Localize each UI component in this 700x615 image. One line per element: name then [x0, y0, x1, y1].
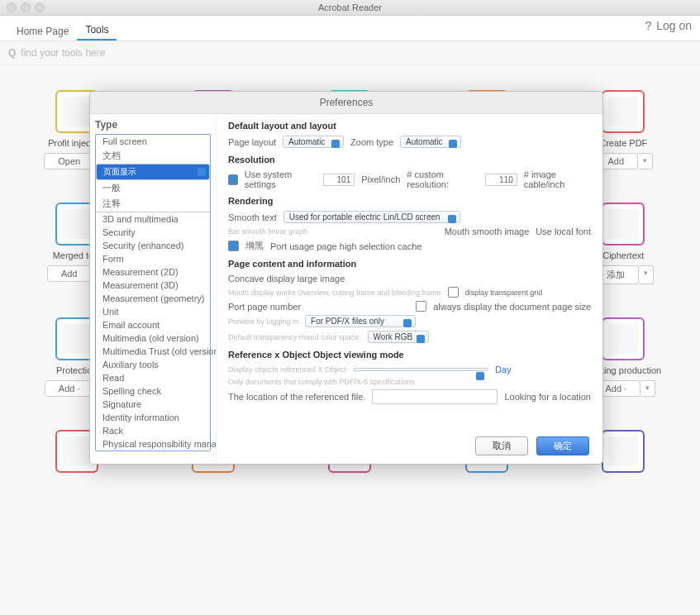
zoom-type-select[interactable]: Automatic — [400, 136, 461, 148]
tool-icon — [602, 430, 645, 473]
system-res-value: 101 — [323, 174, 355, 186]
only-pdfx5-note: Only documents that comply with PDF/X-5 … — [228, 378, 415, 386]
pref-category-item[interactable]: Security — [96, 226, 210, 239]
pixel-inch-label: Pixel/inch — [361, 174, 400, 184]
pref-category-item[interactable]: Physical responsibility management — [96, 437, 210, 451]
tool-action-button[interactable]: Add · — [45, 380, 94, 397]
custom-res-label[interactable]: # custom resolution: — [407, 169, 479, 189]
tool-action-dropdown[interactable]: ▾ — [640, 380, 655, 397]
pref-category-item[interactable]: 3D and multimedia — [96, 212, 210, 226]
app-title: Acrobat Reader — [0, 2, 700, 12]
tool-action-button[interactable]: Open — [44, 153, 94, 169]
pref-category-list[interactable]: Full screen文档页面显示一般注释3D and multimediaSe… — [95, 134, 211, 451]
overview-note: Mouth display works Overview, cutting fr… — [228, 288, 441, 297]
bar-smooth-note: Bar smooth linear graph — [228, 227, 307, 236]
pref-category-item[interactable]: Email account — [96, 318, 210, 331]
pref-category-item[interactable]: 注释 — [96, 196, 210, 212]
pref-category-item[interactable]: Full screen — [96, 135, 210, 148]
enhance-black-checkbox[interactable] — [228, 241, 239, 251]
section-page-content: Page content and information Concave dis… — [228, 259, 591, 345]
ok-button[interactable]: 确定 — [536, 436, 589, 455]
tool-icon — [602, 90, 645, 133]
top-tabs: Home Page Tools ? Log on — [0, 16, 700, 41]
tab-home[interactable]: Home Page — [8, 22, 77, 41]
section-xobject-title: Reference x Object Object viewing mode — [228, 350, 591, 360]
tool-label: Create PDF — [599, 138, 647, 148]
pref-category-item[interactable]: Measurement (3D) — [96, 279, 210, 292]
cable-inch-label: # image cable/inch — [524, 169, 591, 189]
section-layout: Default layout and layout Page layout Au… — [228, 121, 591, 150]
transparency-space-label: Default transparency mixed color space: — [228, 333, 361, 341]
pref-category-header: Type — [95, 119, 211, 131]
tool-icon — [602, 203, 645, 246]
section-resolution-title: Resolution — [228, 155, 591, 164]
tools-search[interactable]: Q find your tools here — [0, 41, 700, 65]
section-page-content-title: Page content and information — [228, 259, 591, 269]
pdfx-select[interactable]: For PDF/X files only — [305, 315, 416, 327]
pref-category-item[interactable]: Unit — [96, 305, 210, 318]
custom-res-value[interactable]: 110 — [485, 174, 517, 186]
section-rendering: Rendering Smooth text Used for portable … — [228, 196, 591, 254]
page-layout-select[interactable]: Automatic — [283, 136, 344, 148]
preferences-dialog: Preferences Type Full screen文档页面显示一般注释3D… — [89, 91, 603, 465]
cancel-button[interactable]: 取消 — [475, 436, 528, 455]
tab-tools[interactable]: Tools — [77, 21, 117, 41]
display-xobject-label: Display objects referenced X Object — [228, 365, 346, 374]
day-link[interactable]: Day — [495, 365, 512, 374]
pref-category-item[interactable]: Measurement (2D) — [96, 265, 210, 279]
always-size-label: always display the document page size — [433, 302, 591, 312]
tool-action-dropdown[interactable]: ▾ — [638, 153, 653, 169]
section-resolution: Resolution Use system settings 101 Pixel… — [228, 155, 591, 191]
pref-category-item[interactable]: Rack — [96, 424, 210, 437]
mouth-smooth-label: Mouth smooth image — [445, 226, 530, 236]
transparent-grid-checkbox[interactable] — [448, 287, 459, 298]
use-system-label: Use system settings — [245, 169, 317, 189]
pref-category-item[interactable]: Spelling check — [96, 384, 210, 398]
concave-display-link[interactable]: Concave display large image — [228, 274, 345, 284]
display-xobject-select[interactable] — [353, 368, 488, 371]
look-for-location-label[interactable]: Looking for a location — [504, 392, 591, 402]
dialog-title: Preferences — [90, 92, 602, 114]
pref-category-item[interactable]: Identity information — [96, 411, 210, 424]
pref-category-item[interactable]: Signature — [96, 398, 210, 411]
tool-label: Ciphertext — [602, 250, 644, 260]
pref-category-item[interactable]: 文档 — [96, 148, 210, 164]
port-usage-label: Port usage page high selection cache — [270, 241, 421, 251]
pref-category-item[interactable]: Auxiliary tools — [96, 358, 210, 371]
pref-category-panel: Type Full screen文档页面显示一般注释3D and multime… — [90, 114, 217, 465]
section-layout-title: Default layout and layout — [228, 121, 591, 131]
search-placeholder: find your tools here — [21, 47, 105, 59]
logon-link[interactable]: Log on — [656, 19, 692, 32]
zoom-type-label: Zoom type — [350, 137, 393, 147]
pref-category-item[interactable]: Read — [96, 371, 210, 384]
tool-action-dropdown[interactable]: ▾ — [639, 265, 654, 284]
pref-category-item[interactable]: 页面显示 — [96, 164, 210, 180]
pref-content-panel: Default layout and layout Page layout Au… — [217, 114, 602, 465]
section-xobject: Reference x Object Object viewing mode D… — [228, 350, 591, 406]
referenced-file-location-input[interactable] — [372, 389, 498, 404]
page-layout-label: Page layout — [228, 137, 276, 147]
preview-login-note: Preview by logging in — [228, 317, 298, 326]
pref-category-item[interactable]: 一般 — [96, 180, 210, 196]
tool-icon — [602, 317, 645, 360]
help-icon[interactable]: ? — [645, 19, 651, 32]
smooth-text-label: Smooth text — [228, 212, 277, 222]
pref-category-item[interactable]: Multimedia Trust (old version) — [96, 345, 210, 358]
referenced-file-location-label: The location of the referenced file. — [228, 392, 365, 402]
pref-category-item[interactable]: Measurement (geometry) — [96, 292, 210, 305]
pref-category-item[interactable]: Security (enhanced) — [96, 239, 210, 252]
use-system-radio[interactable] — [228, 174, 238, 185]
pref-category-item[interactable]: Multimedia (old version) — [96, 331, 210, 345]
use-local-font-label[interactable]: Use local font — [536, 226, 591, 236]
titlebar: Acrobat Reader — [0, 0, 700, 16]
tool-action-button[interactable]: Add — [47, 265, 92, 282]
enhance-black-label: 增黑 — [245, 240, 264, 252]
transparency-space-select[interactable]: Work RGB — [368, 331, 429, 343]
smooth-text-select[interactable]: Used for portable electric Lin/LCD scree… — [283, 211, 460, 223]
transparent-grid-label: display transparent grid — [465, 288, 543, 297]
search-icon: Q — [8, 47, 16, 59]
section-rendering-title: Rendering — [228, 196, 591, 206]
always-size-checkbox[interactable] — [416, 301, 426, 312]
pref-category-item[interactable]: Form — [96, 252, 210, 265]
port-page-number-label: Port page number — [228, 302, 301, 312]
